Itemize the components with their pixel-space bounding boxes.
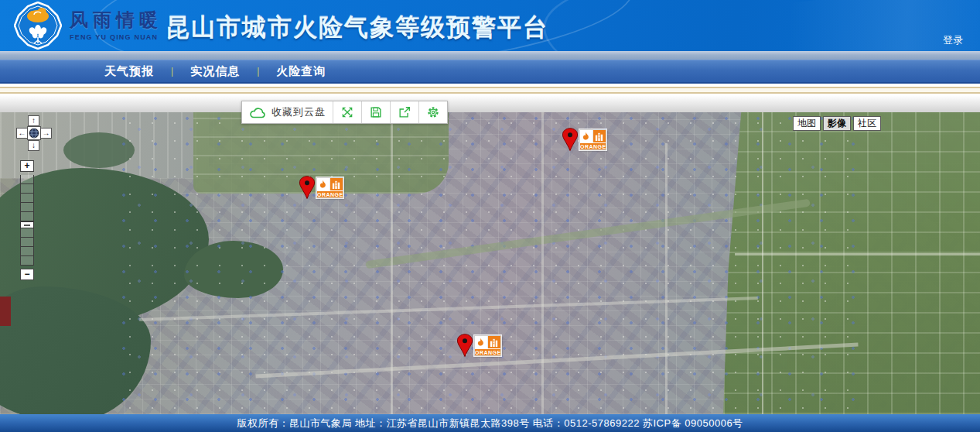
fire-warning-marker[interactable]: ORANGE bbox=[456, 334, 503, 360]
nav-separator: | bbox=[171, 66, 173, 77]
fire-warning-marker[interactable]: ORANGE bbox=[299, 176, 345, 202]
zoom-track-segment[interactable] bbox=[20, 228, 34, 238]
map-zoom-control: + − bbox=[20, 160, 35, 280]
zoom-track-segment[interactable] bbox=[20, 238, 34, 247]
save-to-cloud-label: 收藏到云盘 bbox=[271, 105, 326, 119]
fullscreen-icon bbox=[340, 105, 354, 119]
badge-tiles bbox=[580, 130, 606, 142]
share-icon bbox=[398, 105, 411, 119]
main-navigation: 天气预报 | 实况信息 | 火险查询 bbox=[0, 60, 980, 84]
cloud-icon bbox=[249, 106, 266, 118]
building-icon bbox=[488, 336, 500, 348]
pan-home-globe-button[interactable] bbox=[27, 126, 41, 140]
building-icon bbox=[593, 130, 606, 142]
map-type-button-map[interactable]: 地图 bbox=[793, 116, 821, 131]
badge-tiles bbox=[475, 336, 500, 348]
login-link[interactable]: 登录 bbox=[943, 33, 963, 47]
pan-up-button[interactable]: ↑ bbox=[28, 115, 39, 126]
zoom-in-button[interactable]: + bbox=[20, 160, 34, 172]
copyright-text: 版权所有：昆山市气象局 地址：江苏省昆山市新镇昆太路398号 电话：0512-5… bbox=[237, 417, 743, 430]
map-type-button-community[interactable]: 社区 bbox=[853, 116, 881, 131]
zoom-out-button[interactable]: − bbox=[20, 269, 34, 280]
map-type-button-imagery[interactable]: 影像 bbox=[823, 116, 851, 131]
map-road bbox=[541, 112, 544, 414]
map-pin-icon[interactable] bbox=[456, 334, 473, 358]
fire-warning-badge[interactable]: ORANGE bbox=[579, 129, 606, 150]
map-type-switcher: 地图 影像 社区 bbox=[793, 116, 881, 131]
map-pin-icon[interactable] bbox=[299, 176, 316, 200]
fade-strip bbox=[0, 95, 980, 112]
nav-item-weather-forecast[interactable]: 天气预报 bbox=[104, 64, 154, 79]
beige-divider-strip bbox=[0, 85, 980, 95]
badge-tiles bbox=[317, 178, 343, 190]
zoom-track-segment[interactable] bbox=[20, 212, 34, 221]
globe-icon bbox=[29, 128, 39, 139]
settings-gear-icon bbox=[426, 105, 440, 119]
zoom-slider-handle[interactable] bbox=[20, 221, 34, 228]
pan-right-button[interactable]: → bbox=[40, 128, 52, 139]
fullscreen-button[interactable] bbox=[333, 101, 361, 123]
logo-text: 风雨情暖 FENG YU QING NUAN bbox=[70, 8, 162, 41]
zoom-track-segment[interactable] bbox=[20, 247, 34, 256]
save-button[interactable] bbox=[361, 101, 390, 123]
marker-level-label: ORANGE bbox=[317, 190, 343, 197]
map-road bbox=[762, 112, 763, 414]
logo-title: 风雨情暖 bbox=[70, 8, 162, 33]
zoom-track-segment[interactable] bbox=[20, 256, 34, 266]
header-divider-strip bbox=[0, 51, 980, 60]
pan-left-button[interactable]: ← bbox=[16, 128, 28, 139]
map-pan-control: ↑ ← → ↓ bbox=[16, 115, 53, 153]
pan-down-button[interactable]: ↓ bbox=[28, 140, 39, 151]
nav-separator: | bbox=[257, 66, 259, 77]
map-canvas[interactable]: ↑ ← → ↓ + bbox=[0, 112, 980, 414]
logo-subtitle: FENG YU QING NUAN bbox=[70, 33, 162, 41]
marker-level-label: ORANGE bbox=[580, 142, 606, 149]
marker-level-label: ORANGE bbox=[475, 348, 500, 355]
flame-icon bbox=[317, 178, 330, 190]
zoom-track-segment[interactable] bbox=[20, 184, 34, 194]
flame-icon bbox=[475, 336, 488, 348]
fire-warning-marker[interactable]: ORANGE bbox=[562, 128, 608, 154]
settings-button[interactable] bbox=[418, 101, 447, 123]
flame-icon bbox=[580, 130, 593, 142]
map-pin-icon[interactable] bbox=[562, 128, 579, 152]
logo-badge-icon bbox=[14, 2, 62, 50]
save-icon bbox=[369, 105, 383, 119]
nav-item-fire-risk-query[interactable]: 火险查询 bbox=[276, 64, 326, 79]
map-road bbox=[391, 112, 393, 414]
footer: 版权所有：昆山市气象局 地址：江苏省昆山市新镇昆太路398号 电话：0512-5… bbox=[0, 414, 980, 432]
zoom-track-segment[interactable] bbox=[20, 175, 34, 184]
save-to-cloud-button[interactable]: 收藏到云盘 bbox=[242, 101, 333, 123]
map-road bbox=[665, 143, 668, 414]
map-building-speckles bbox=[116, 112, 859, 414]
header: 风雨情暖 FENG YU QING NUAN 昆山市城市火险气象等级预警平台 登… bbox=[0, 0, 980, 51]
zoom-track-segment[interactable] bbox=[20, 194, 34, 203]
map-toolbar: 收藏到云盘 bbox=[241, 101, 448, 124]
page: 风雨情暖 FENG YU QING NUAN 昆山市城市火险气象等级预警平台 登… bbox=[0, 0, 980, 432]
fire-warning-badge[interactable]: ORANGE bbox=[474, 335, 501, 356]
zoom-slider-track[interactable] bbox=[20, 175, 34, 266]
fire-warning-badge[interactable]: ORANGE bbox=[316, 177, 343, 198]
nav-item-live-info[interactable]: 实况信息 bbox=[190, 64, 240, 79]
building-icon bbox=[330, 178, 343, 190]
share-button[interactable] bbox=[390, 101, 418, 123]
page-title: 昆山市城市火险气象等级预警平台 bbox=[166, 12, 548, 44]
zoom-track-segment[interactable] bbox=[20, 203, 34, 212]
map-building-blob bbox=[0, 297, 11, 326]
map-road bbox=[735, 253, 980, 255]
